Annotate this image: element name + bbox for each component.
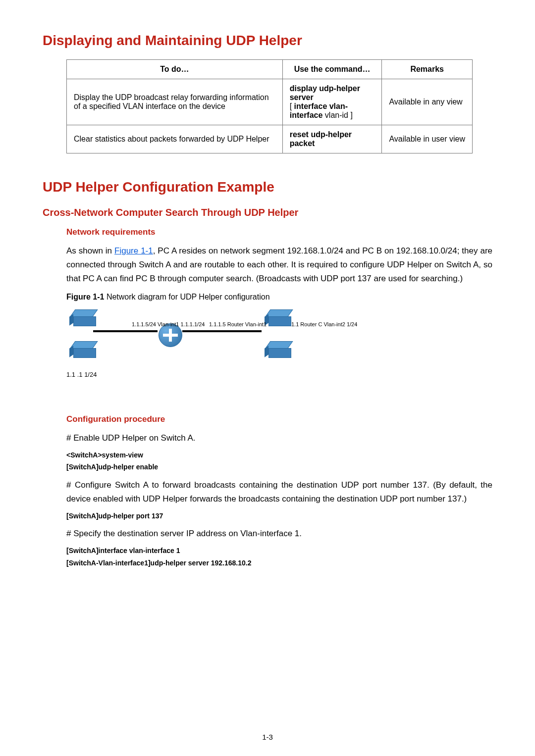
cmd-plain: [ [290,102,294,110]
page: Displaying and Maintaining UDP Helper To… [0,0,535,756]
diagram-label: 1.1.1.5 Router Vlan-int1 [209,321,267,327]
cell-remarks: Available in user view [382,125,473,153]
procedure-step: # Enable UDP Helper on Switch A. [66,431,492,445]
cli-line: <SwitchA>system-view [66,450,492,460]
cmd-bold: reset udp-helper packet [290,130,352,148]
figure-caption: Figure 1-1 Network diagram for UDP Helpe… [66,293,492,302]
heading-configuration-procedure: Configuration procedure [66,414,492,424]
cell-todo: Clear statistics about packets forwarded… [67,125,283,153]
diagram-label: 1.1 .1 1/24 [66,371,97,378]
diagram-label: 1.1 Router C Vlan-int2 1/24 [291,321,357,327]
text: As shown in [66,246,114,255]
figure-number: Figure 1-1 [66,293,104,301]
cell-command: display udp-helper server [ interface vl… [282,79,382,125]
procedure-step: # Configure Switch A to forward broadcas… [66,478,492,506]
table-header-row: To do… Use the command… Remarks [67,60,473,79]
cli-line: [SwitchA]interface vlan-interface 1 [66,546,492,555]
cell-todo: Display the UDP broadcast relay forwardi… [67,79,283,125]
pc-icon [69,341,91,356]
figure-link[interactable]: Figure 1-1 [114,246,153,255]
figure-title: Network diagram for UDP Helper configura… [104,293,269,301]
command-table: To do… Use the command… Remarks Display … [66,59,473,153]
table-row: Clear statistics about packets forwarded… [67,125,473,153]
heading-displaying: Displaying and Maintaining UDP Helper [43,33,492,49]
table-row: Display the UDP broadcast relay forwardi… [67,79,473,125]
pc-icon [265,309,286,324]
network-diagram: 1.1.1.5/24 Vlan-int1 1.1.1.1/24 1.1.1.5 … [66,306,344,391]
page-number: 1-3 [0,733,535,741]
heading-network-requirements: Network requirements [66,227,492,237]
subheading-cross-network: Cross-Network Computer Search Through UD… [43,207,492,218]
pc-icon [69,309,91,324]
cell-remarks: Available in any view [382,79,473,125]
pc-icon [265,341,286,356]
cmd-plain: vlan-id ] [322,111,352,119]
cli-line: [SwitchA]udp-helper port 137 [66,511,492,521]
procedure-step: # Specify the destination server IP addr… [66,527,492,541]
link-line [93,330,158,332]
link-line [182,330,262,332]
cell-command: reset udp-helper packet [282,125,382,153]
cli-line: [SwitchA]udp-helper enable [66,462,492,472]
cli-line: [SwitchA-Vlan-interface1]udp-helper serv… [66,558,492,568]
th-todo: To do… [67,60,283,79]
network-requirements-paragraph: As shown in Figure 1-1, PC A resides on … [66,244,492,286]
th-remarks: Remarks [382,60,473,79]
heading-example: UDP Helper Configuration Example [43,179,492,195]
diagram-label: 1.1.1.5/24 Vlan-int1 1.1.1.1/24 [132,321,205,327]
cmd-bold: display udp-helper server [290,84,360,101]
th-command: Use the command… [282,60,382,79]
